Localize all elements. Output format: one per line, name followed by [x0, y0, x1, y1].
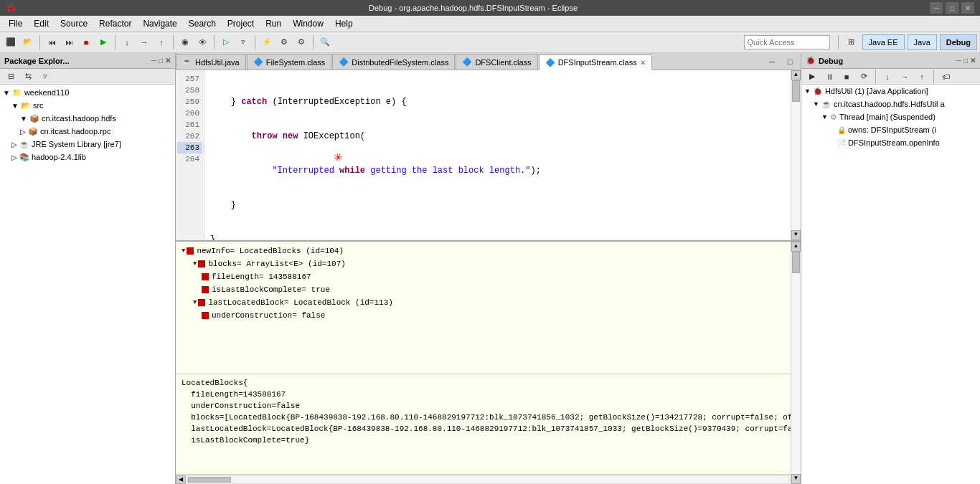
step-over[interactable]: →	[136, 34, 152, 50]
debug-row-islast[interactable]: isLastBlockComplete= true	[179, 283, 798, 296]
debug-perspective[interactable]: Debug	[940, 34, 977, 50]
right-max[interactable]: □	[963, 57, 968, 65]
right-debug-btn3[interactable]: ■	[839, 69, 854, 85]
debug-stop[interactable]: ■	[78, 34, 94, 50]
tab-dfsinputstream-label: DFSInputStream.class	[558, 58, 637, 67]
right-label-btn[interactable]: 🏷	[938, 69, 953, 85]
maximize-button[interactable]: □	[946, 2, 958, 14]
right-tree-thread[interactable]: ▼ ⚙ Thread [main] (Suspended)	[801, 110, 980, 123]
scroll-thumb[interactable]	[792, 80, 800, 102]
debug-row-underconstruction[interactable]: underConstruction= false	[179, 309, 798, 322]
debug-expand-blocks[interactable]: ▼	[193, 260, 197, 267]
right-tree-class[interactable]: ▼ ☕ cn.itcast.hadoop.hdfs.HdfsUtil a	[801, 98, 980, 110]
debug-panel: ▼ newInfo= LocatedBlocks (id=104) ▼ bloc…	[176, 240, 801, 484]
right-debug-btn1[interactable]: ▶	[804, 69, 820, 85]
right-tree-openinfo[interactable]: 📄 DFSInputStream.openInfo	[801, 136, 980, 149]
tree-item-jre[interactable]: ▷ ☕ JRE System Library [jre7]	[0, 138, 175, 151]
debug-row-newinfo[interactable]: ▼ newInfo= LocatedBlocks (id=104)	[179, 245, 798, 257]
menu-project[interactable]: Project	[222, 17, 260, 30]
hscroll-thumb[interactable]	[188, 477, 231, 483]
menu-search[interactable]: Search	[183, 17, 222, 30]
extra-btn-2[interactable]: ⚙	[276, 34, 292, 50]
right-debug-btn4[interactable]: ⟳	[856, 69, 872, 85]
maximize-panel[interactable]: □	[159, 57, 163, 65]
view-menu[interactable]: ▿	[37, 69, 53, 85]
java-perspective[interactable]: Java	[908, 34, 937, 50]
right-close[interactable]: ✕	[970, 57, 976, 65]
close-button[interactable]: ✕	[961, 2, 974, 14]
debug-vscroll-down[interactable]: ▼	[791, 474, 801, 484]
right-thread-icon: ⚙	[830, 113, 837, 122]
open-button[interactable]: 📂	[20, 34, 36, 50]
right-tree-hdfsutil-app[interactable]: ▼ 🐞 HdfsUtil (1) [Java Application]	[801, 85, 980, 98]
search-btn[interactable]: 🔍	[317, 34, 333, 50]
tab-distributed[interactable]: 🔷 DistributedFileSystem.class	[332, 54, 455, 70]
step-return[interactable]: ↑	[154, 34, 169, 50]
toolbar-separator-3	[173, 35, 174, 49]
debug-text-area[interactable]: LocatedBlocks{ fileLength=143588167 unde…	[176, 374, 801, 474]
run-btn[interactable]: ▷	[218, 34, 234, 50]
collapse-all[interactable]: ⊟	[3, 69, 19, 85]
menu-refactor[interactable]: Refactor	[93, 17, 137, 30]
toggle-bp[interactable]: ◉	[177, 34, 193, 50]
debug-prev[interactable]: ⏮	[44, 34, 60, 50]
open-perspective[interactable]: ⊞	[844, 34, 859, 50]
menu-help[interactable]: Help	[329, 17, 359, 30]
tree-item-weekend110[interactable]: ▼ 📁 weekend110	[0, 86, 175, 99]
right-debug-step[interactable]: ↓	[880, 69, 895, 85]
minimize-panel[interactable]: ─	[151, 57, 156, 65]
tab-hdfsutil[interactable]: ☕ HdfsUtil.java	[176, 54, 246, 70]
tab-dfsclient[interactable]: 🔷 DFSClient.class	[456, 54, 537, 70]
debug-vscroll-up[interactable]: ▲	[791, 242, 801, 252]
quick-access-input[interactable]	[744, 35, 830, 49]
code-vscrollbar[interactable]: ▲ ▼	[791, 70, 801, 240]
right-debug-btn2[interactable]: ⏸	[821, 69, 837, 85]
right-debug-return[interactable]: ↑	[914, 69, 930, 85]
debug-vscroll-thumb[interactable]	[792, 252, 800, 273]
package-icon-rpc: 📦	[28, 127, 38, 136]
debug-resume[interactable]: ▶	[95, 34, 111, 50]
scroll-up-btn[interactable]: ▲	[791, 70, 801, 80]
tab-dfsinputstream[interactable]: 🔷 DFSInputStream.class ✕	[539, 54, 652, 70]
menu-window[interactable]: Window	[287, 17, 329, 30]
code-content[interactable]: } catch (InterruptedException e) { throw…	[204, 70, 791, 240]
right-min[interactable]: ─	[956, 57, 961, 65]
menu-navigate[interactable]: Navigate	[137, 17, 182, 30]
step-into[interactable]: ↓	[119, 34, 135, 50]
debug-expand-lastlocated[interactable]: ▼	[193, 299, 197, 306]
tab-filesystem[interactable]: 🔷 FileSystem.class	[247, 54, 332, 70]
tree-item-src[interactable]: ▼ 📂 src	[0, 99, 175, 112]
menu-edit[interactable]: Edit	[28, 17, 55, 30]
hscroll-left[interactable]: ◀	[176, 475, 186, 484]
editor-minimize[interactable]: ─	[764, 54, 780, 70]
new-button[interactable]: ⬛	[3, 34, 19, 50]
expand-icon-jre: ▷	[11, 141, 17, 148]
line-numbers: 257 258 259 260 261 262 263 264	[176, 70, 204, 240]
tree-item-rpc[interactable]: ▷ 📦 cn.itcast.hadoop.rpc	[0, 125, 175, 138]
close-panel[interactable]: ✕	[165, 57, 171, 65]
right-debug-over[interactable]: →	[897, 69, 913, 85]
menu-run[interactable]: Run	[260, 17, 287, 30]
watch[interactable]: 👁	[194, 34, 210, 50]
editor-maximize[interactable]: □	[782, 54, 798, 70]
menu-file[interactable]: File	[3, 17, 28, 30]
debug-row-filelength[interactable]: fileLength= 143588167	[179, 270, 798, 283]
tree-item-hadoop-lib[interactable]: ▷ 📚 hadoop-2.4.1lib	[0, 151, 175, 163]
debug-icon-islast	[202, 286, 209, 293]
extra-btn-1[interactable]: ⚡	[259, 34, 275, 50]
debug-next[interactable]: ⏭	[61, 34, 77, 50]
extra-btn-3[interactable]: ⚙	[293, 34, 309, 50]
menu-source[interactable]: Source	[55, 17, 93, 30]
debug-row-lastlocated[interactable]: ▼ lastLocatedBlock= LocatedBlock (id=113…	[179, 296, 798, 309]
tab-close-icon[interactable]: ✕	[640, 59, 646, 67]
debug-expand-newinfo[interactable]: ▼	[182, 247, 185, 255]
right-tree-owns[interactable]: 🔒 owns: DFSInputStream (i	[801, 123, 980, 136]
tree-item-hdfs[interactable]: ▼ 📦 cn.itcast.hadoop.hdfs	[0, 112, 175, 125]
link-with-editor[interactable]: ⇆	[20, 69, 36, 85]
debug-row-blocks[interactable]: ▼ blocks= ArrayList<E> (id=107)	[179, 257, 798, 270]
java-ee-perspective[interactable]: Java EE	[862, 34, 905, 50]
right-label-openinfo: DFSInputStream.openInfo	[848, 138, 940, 147]
scroll-down-btn[interactable]: ▼	[791, 230, 801, 240]
run-ext[interactable]: ▿	[235, 34, 251, 50]
minimize-button[interactable]: ─	[930, 2, 943, 14]
